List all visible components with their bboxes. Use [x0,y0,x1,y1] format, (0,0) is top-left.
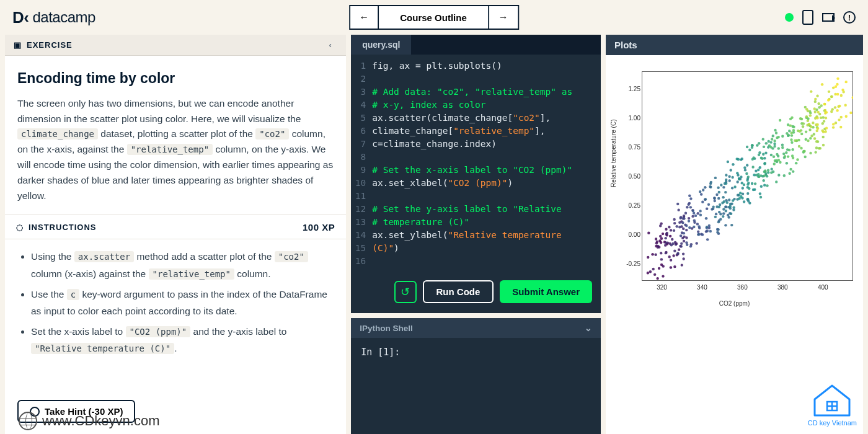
svg-point-226 [725,182,727,184]
editor-tab[interactable]: query.sql [351,35,412,55]
svg-point-452 [808,123,810,125]
svg-point-418 [802,125,804,128]
svg-point-96 [697,212,699,215]
svg-point-149 [702,188,704,191]
code-editor[interactable]: query.sql 1fig, ax = plt.subplots()23# A… [351,35,601,313]
svg-point-427 [805,115,808,118]
svg-point-277 [748,187,750,190]
svg-point-281 [746,146,748,148]
svg-point-237 [740,175,742,178]
svg-point-236 [755,170,757,172]
svg-point-439 [807,120,809,122]
watermark: www.CDkeyvn.com [19,412,159,430]
svg-point-353 [773,162,776,165]
svg-point-380 [790,138,792,141]
svg-point-66 [673,250,676,252]
svg-point-337 [776,153,778,156]
course-outline-button[interactable]: Course Outline [379,6,489,29]
svg-point-180 [718,211,720,213]
svg-point-129 [688,226,691,229]
run-code-button[interactable]: Run Code [423,280,494,303]
svg-point-315 [763,146,765,148]
svg-point-275 [745,172,748,175]
svg-point-168 [725,205,727,208]
svg-point-231 [732,163,734,166]
svg-point-179 [709,182,712,185]
video-icon[interactable] [822,13,835,22]
brand-logo[interactable]: D‹ datacamp [12,8,95,27]
svg-point-140 [714,200,716,202]
svg-point-240 [743,166,746,169]
svg-point-74 [673,229,675,232]
y-axis-label: Relative temperature (C) [610,120,617,187]
svg-point-485 [825,126,828,129]
mobile-icon[interactable] [802,10,813,25]
svg-point-60 [683,240,685,242]
ipython-shell[interactable]: IPython Shell ⌄ In [1]: [351,318,601,434]
brand-name: datacamp [32,9,95,26]
chevron-down-icon[interactable]: ⌄ [585,323,592,333]
svg-point-25 [672,254,675,257]
svg-point-233 [742,187,744,189]
svg-point-290 [754,182,756,185]
submit-answer-button[interactable]: Submit Answer [500,280,592,303]
svg-point-26 [662,265,665,267]
svg-point-348 [786,132,788,135]
svg-point-461 [828,91,830,93]
svg-point-264 [763,157,766,159]
svg-point-160 [722,212,725,215]
svg-point-287 [773,143,776,145]
svg-point-185 [717,187,719,189]
svg-point-382 [792,157,794,159]
svg-point-468 [824,130,826,133]
svg-point-297 [757,173,760,175]
svg-point-311 [770,154,773,156]
svg-point-395 [809,152,812,154]
next-button[interactable]: → [489,6,518,29]
svg-point-41 [657,245,659,247]
svg-point-175 [717,221,720,223]
svg-point-312 [781,143,784,146]
svg-point-85 [678,226,681,228]
svg-point-479 [832,86,835,89]
svg-point-336 [788,172,790,175]
svg-point-443 [814,110,817,113]
x-axis-label: CO2 (ppm) [719,300,750,307]
svg-point-206 [722,215,724,218]
svg-point-32 [668,255,670,258]
svg-point-306 [761,157,763,160]
svg-point-390 [800,147,802,149]
svg-point-402 [807,140,809,142]
svg-point-68 [665,237,667,239]
svg-point-128 [700,193,702,195]
svg-point-327 [783,174,786,177]
prev-button[interactable]: ← [350,6,379,29]
svg-point-186 [722,208,725,210]
svg-point-242 [733,185,736,188]
reset-button[interactable]: ↺ [394,281,417,303]
svg-point-99 [697,230,699,232]
cdkey-logo: CD key Vietnam [808,384,857,427]
svg-point-488 [845,115,848,118]
svg-point-425 [819,147,822,149]
svg-point-134 [698,225,700,228]
svg-point-252 [759,166,761,169]
svg-point-454 [830,110,833,113]
svg-point-364 [787,123,789,126]
collapse-icon[interactable]: ‹ [324,38,337,52]
globe-icon [19,412,37,430]
info-icon[interactable]: ! [843,11,856,24]
svg-point-414 [794,140,796,142]
svg-point-202 [714,216,717,218]
svg-point-148 [699,214,702,216]
svg-point-207 [730,213,732,215]
svg-point-123 [689,197,692,200]
svg-point-67 [688,217,690,219]
logo-mark-icon: D‹ [12,8,29,27]
svg-point-105 [687,203,689,206]
svg-point-23 [649,270,652,273]
plots-panel-title: Plots [606,35,863,55]
svg-point-227 [732,206,735,209]
svg-point-3 [656,277,658,280]
exercise-panel: ▣ EXERCISE ‹ Encoding time by color The … [5,35,346,434]
